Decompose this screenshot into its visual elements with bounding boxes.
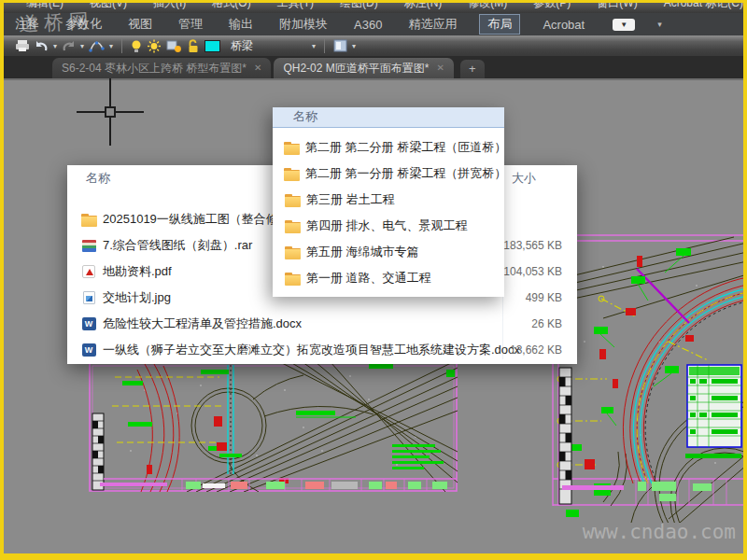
lightbulb-icon[interactable] [131,39,142,53]
folder-icon [284,273,301,285]
window-frame-top [0,0,747,3]
tabbar-separator [4,78,743,80]
file-name: 一纵线（狮子岩立交至大磨滩立交）拓宽改造项目智慧工地系统建设方案.docx [103,342,520,358]
new-tab-button[interactable]: + [460,60,485,78]
folder-list-header: 名称 [273,107,504,128]
window-frame-bottom [0,553,747,560]
quick-access-toolbar: ▾ ▾ ▾ 桥梁 ▾ ▾ [4,35,743,56]
window-frame-right [743,0,747,560]
tab-layout-active[interactable]: 布局 [479,14,520,35]
rar-archive-icon [80,240,97,252]
color-swatch[interactable] [204,40,220,52]
folder-icon [284,246,301,259]
undo-icon[interactable] [35,40,49,52]
file-row[interactable]: W 一纵线（狮子岩立交至大磨滩立交）拓宽改造项目智慧工地系统建设方案.docx … [67,337,577,363]
file-size: 183,565 KB [503,239,562,252]
redo-dropdown-icon[interactable]: ▾ [80,42,84,50]
menu-dimension[interactable]: 标注(N) [404,3,443,13]
file-size: 26 KB [531,317,562,330]
tab-addins[interactable]: 附加模块 [275,14,331,35]
folder-row[interactable]: 第三册 岩土工程 [273,188,504,212]
word-file-icon: W [80,317,97,330]
layer-select[interactable]: 桥梁 [231,38,253,54]
layer-dropdown-icon[interactable]: ▾ [312,42,316,50]
ribbon-collapse-caret-icon[interactable]: ▾ [657,20,662,29]
site-watermark-top: 道桥网 [18,7,94,37]
menu-acrobat-markup[interactable]: Acrobat 标记(C) [664,3,743,13]
folder-row[interactable]: 第一册 道路、交通工程 [273,266,504,290]
folder-name: 第四册 排水、电气、景观工程 [306,217,468,234]
tab-featured-apps[interactable]: 精选应用 [404,14,460,35]
left-sheet-drawing [89,362,458,492]
close-icon[interactable]: ✕ [254,58,261,78]
close-icon[interactable]: ✕ [436,58,444,78]
file-name: 20251019一纵线施工图（整合修改 [103,211,290,228]
name-column-header[interactable]: 名称 [86,170,110,187]
folder-name: 第一册 道路、交通工程 [306,270,431,287]
tab-output[interactable]: 输出 [225,14,257,35]
folder-row[interactable]: 第二册 第一分册 桥梁工程（拼宽桥） [273,161,504,186]
folder-name: 第二册 第一分册 桥梁工程（拼宽桥） [305,165,506,182]
viewport-dropdown-icon[interactable]: ▾ [352,42,356,50]
menu-draw[interactable]: 绘图(D) [340,3,378,13]
file-size: 499 KB [526,291,562,304]
doc-tab-active[interactable]: QH2-02 M匝道桥平面布置图* ✕ [274,58,453,78]
menu-modify[interactable]: 修改(M) [468,3,507,13]
menu-insert[interactable]: 插入(I) [153,3,186,13]
menu-bar: 编辑(E) 视图(V) 插入(I) 格式(O) 工具(T) 绘图(D) 标注(N… [4,3,743,13]
pdf-file-icon [80,265,97,278]
tab-view[interactable]: 视图 [124,14,156,35]
window-frame-left [0,0,4,560]
folder-name: 第三册 岩土工程 [306,191,395,208]
unlock-icon[interactable] [187,39,200,53]
folder-row[interactable]: 第二册 第二分册 桥梁工程（匝道桥） [273,135,504,160]
folder-explorer-popup: 名称 第二册 第二分册 桥梁工程（匝道桥） 第二册 第一分册 桥梁工程（拼宽桥）… [273,107,504,297]
right-sheet-drawing [547,230,747,523]
viewport-icon[interactable] [333,39,347,52]
menu-format[interactable]: 格式(O) [212,3,250,13]
folder-name: 第二册 第二分册 桥梁工程（匝道桥） [305,139,506,156]
sun-icon[interactable] [147,39,162,53]
menu-view[interactable]: 视图(V) [90,3,127,13]
undo-dropdown-icon[interactable]: ▾ [53,42,57,50]
folder-icon [284,168,300,180]
layer-sun-icon[interactable] [166,39,182,53]
folder-icon [80,214,97,226]
menu-tools[interactable]: 工具(T) [277,3,314,13]
ribbon-tab-bar: 注释 参数化 视图 管理 输出 附加模块 A360 精选应用 布局 Acroba… [4,13,743,35]
menu-parametric[interactable]: 参数(P) [533,3,571,13]
tab-manage[interactable]: 管理 [175,14,206,35]
tab-a360[interactable]: A360 [350,16,386,34]
doc-tab-inactive[interactable]: S6-2-04 枣林小区上跨桥 桥型布置图* ✕ [52,58,271,78]
image-file-icon [80,291,97,304]
doc-tab-label: QH2-02 M匝道桥平面布置图* [283,58,429,78]
document-tab-bar: S6-2-04 枣林小区上跨桥 桥型布置图* ✕ QH2-02 M匝道桥平面布置… [4,56,743,78]
folder-icon [284,220,301,232]
menu-window[interactable]: 窗口(W) [597,3,637,13]
file-row[interactable]: W 危险性较大工程清单及管控措施.docx 26 KB [67,311,577,337]
file-name: 7.综合管线图纸（刻盘）.rar [103,237,252,254]
file-name: 交地计划.jpg [103,289,171,306]
file-name: 危险性较大工程清单及管控措施.docx [103,315,302,332]
folder-icon [284,142,300,154]
toolbar-separator [121,38,122,53]
left-cad-sheet[interactable] [89,362,458,496]
folder-row[interactable]: 第五册 海绵城市专篇 [273,240,504,264]
arc-tool-icon[interactable] [89,40,105,52]
folder-icon [284,194,301,206]
ribbon-collapse-button[interactable]: ▼ [613,19,635,31]
redo-icon[interactable] [62,40,76,52]
arc-dropdown-icon[interactable]: ▾ [109,42,113,50]
site-watermark-bottom: www.cndao.com [515,521,736,543]
name-column-header[interactable]: 名称 [293,108,317,125]
file-size: 13,662 KB [510,343,562,357]
tab-acrobat[interactable]: Acrobat [539,16,588,34]
autocad-window: 编辑(E) 视图(V) 插入(I) 格式(O) 工具(T) 绘图(D) 标注(N… [0,0,747,560]
toolbar-separator [324,38,325,53]
folder-name: 第五册 海绵城市专篇 [306,244,419,260]
printer-icon[interactable] [15,39,30,52]
size-column-header[interactable]: 大小 [512,170,536,187]
right-cad-sheet[interactable] [547,230,747,526]
folder-row[interactable]: 第四册 排水、电气、景观工程 [273,214,504,238]
doc-tab-label: S6-2-04 枣林小区上跨桥 桥型布置图* [62,58,247,78]
